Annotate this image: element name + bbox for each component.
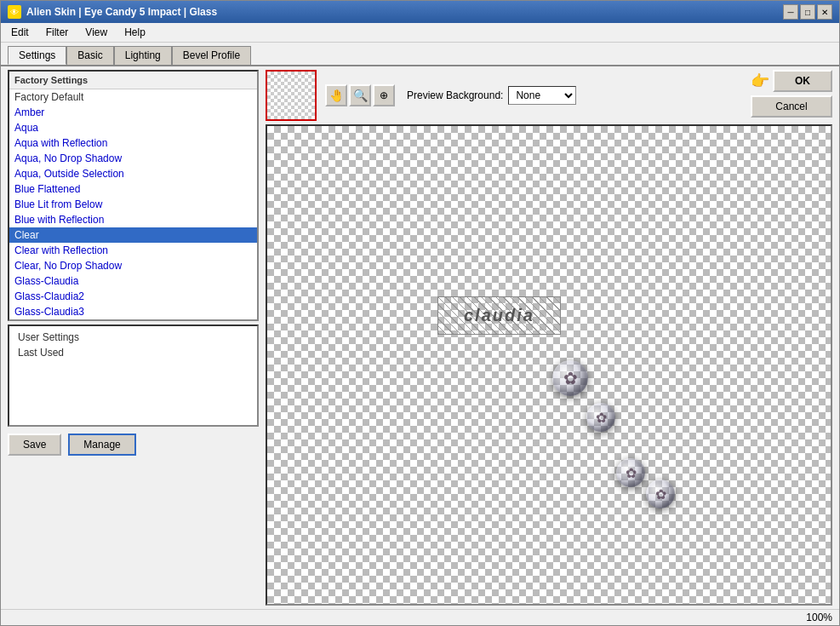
presets-list: Factory Default Amber Aqua Aqua with Ref… <box>9 89 257 319</box>
tab-settings[interactable]: Settings <box>8 46 66 65</box>
last-used-item[interactable]: Last Used <box>13 345 254 360</box>
left-panel: Factory Settings Factory Default Amber A… <box>8 70 259 606</box>
presets-list-wrap[interactable]: Factory Default Amber Aqua Aqua with Ref… <box>9 89 257 319</box>
main-content: Factory Settings Factory Default Amber A… <box>1 66 839 609</box>
top-row: 🤚 🔍 ⊕ Preview Background: None <box>266 70 832 121</box>
title-bar-left: 👁 Alien Skin | Eye Candy 5 Impact | Glas… <box>8 5 217 19</box>
preview-thumb-inner <box>267 72 315 119</box>
list-item-aqua[interactable]: Aqua <box>9 120 257 135</box>
list-item-clear[interactable]: Clear <box>9 227 257 243</box>
list-item-glass-claudia3[interactable]: Glass-Claudia3 <box>9 304 257 319</box>
list-item-clear-reflection[interactable]: Clear with Reflection <box>9 243 257 258</box>
presets-container: Factory Settings Factory Default Amber A… <box>8 70 259 321</box>
list-item-glass-claudia[interactable]: Glass-Claudia <box>9 273 257 289</box>
zoom-fit-icon: ⊕ <box>380 89 388 101</box>
menu-view[interactable]: View <box>78 25 114 40</box>
menu-bar: Edit Filter View Help <box>1 23 839 43</box>
watermark-text: claudia <box>437 296 561 335</box>
right-panel: 🤚 🔍 ⊕ Preview Background: None <box>266 70 832 606</box>
bottom-buttons: Save Manage <box>8 430 259 456</box>
maximize-button[interactable]: □ <box>800 4 815 20</box>
app-icon: 👁 <box>8 5 21 19</box>
close-button[interactable]: ✕ <box>817 4 832 20</box>
zoom-in-button[interactable]: 🔍 <box>349 84 371 106</box>
list-item-clear-no-drop[interactable]: Clear, No Drop Shadow <box>9 258 257 273</box>
tab-lighting[interactable]: Lighting <box>114 46 172 65</box>
manage-button[interactable]: Manage <box>68 434 135 456</box>
user-settings-box: User Settings Last Used <box>8 324 259 427</box>
menu-edit[interactable]: Edit <box>4 25 36 40</box>
title-bar: 👁 Alien Skin | Eye Candy 5 Impact | Glas… <box>1 1 839 23</box>
menu-filter[interactable]: Filter <box>39 25 76 40</box>
list-item-factory-default[interactable]: Factory Default <box>9 89 257 105</box>
hand-tool-button[interactable]: 🤚 <box>325 84 347 106</box>
list-item-aqua-no-drop[interactable]: Aqua, No Drop Shadow <box>9 151 257 166</box>
presets-header: Factory Settings <box>9 72 257 89</box>
cancel-button[interactable]: Cancel <box>751 95 832 118</box>
list-item-amber[interactable]: Amber <box>9 105 257 120</box>
status-bar: 100% <box>1 609 839 625</box>
hand-icon: 🤚 <box>329 89 344 102</box>
list-item-aqua-reflection[interactable]: Aqua with Reflection <box>9 135 257 151</box>
user-settings-item[interactable]: User Settings <box>13 330 254 345</box>
save-button[interactable]: Save <box>8 434 61 456</box>
preview-thumbnail[interactable] <box>266 70 317 121</box>
preview-bg-label: Preview Background: <box>407 89 503 101</box>
glass-orb-1 <box>552 360 588 396</box>
list-item-aqua-outside[interactable]: Aqua, Outside Selection <box>9 166 257 181</box>
ok-area: 👉 OK <box>751 70 832 92</box>
tab-bevel-profile[interactable]: Bevel Profile <box>172 46 251 65</box>
toolbar-row: 🤚 🔍 ⊕ Preview Background: None <box>266 70 576 121</box>
tab-basic[interactable]: Basic <box>66 46 113 65</box>
main-window: 👁 Alien Skin | Eye Candy 5 Impact | Glas… <box>0 0 840 626</box>
glass-orb-2 <box>586 403 615 432</box>
preview-area[interactable]: claudia <box>266 124 832 606</box>
minimize-button[interactable]: ─ <box>783 4 798 20</box>
glass-orb-4 <box>646 480 675 508</box>
zoom-fit-button[interactable]: ⊕ <box>373 84 395 106</box>
list-item-glass-claudia2[interactable]: Glass-Claudia2 <box>9 289 257 304</box>
preview-bg-select[interactable]: None White Black <box>508 86 576 105</box>
zoom-level: 100% <box>806 612 832 623</box>
toolbar-buttons: 🤚 🔍 ⊕ <box>325 84 395 106</box>
ok-hand-icon: 👉 <box>751 72 769 90</box>
zoom-in-icon: 🔍 <box>353 89 368 102</box>
tab-strip: Settings Basic Lighting Bevel Profile <box>1 43 839 66</box>
list-item-blue-lit[interactable]: Blue Lit from Below <box>9 197 257 212</box>
list-item-blue-flat[interactable]: Blue Flattened <box>9 181 257 197</box>
list-item-blue-reflection[interactable]: Blue with Reflection <box>9 212 257 227</box>
menu-help[interactable]: Help <box>117 25 152 40</box>
ok-button[interactable]: OK <box>773 70 832 92</box>
watermark-container: claudia <box>437 296 561 335</box>
glass-orb-3 <box>616 458 645 487</box>
window-title: Alien Skin | Eye Candy 5 Impact | Glass <box>26 6 217 18</box>
ok-cancel-area: 👉 OK Cancel <box>751 70 832 118</box>
window-controls: ─ □ ✕ <box>783 4 832 20</box>
